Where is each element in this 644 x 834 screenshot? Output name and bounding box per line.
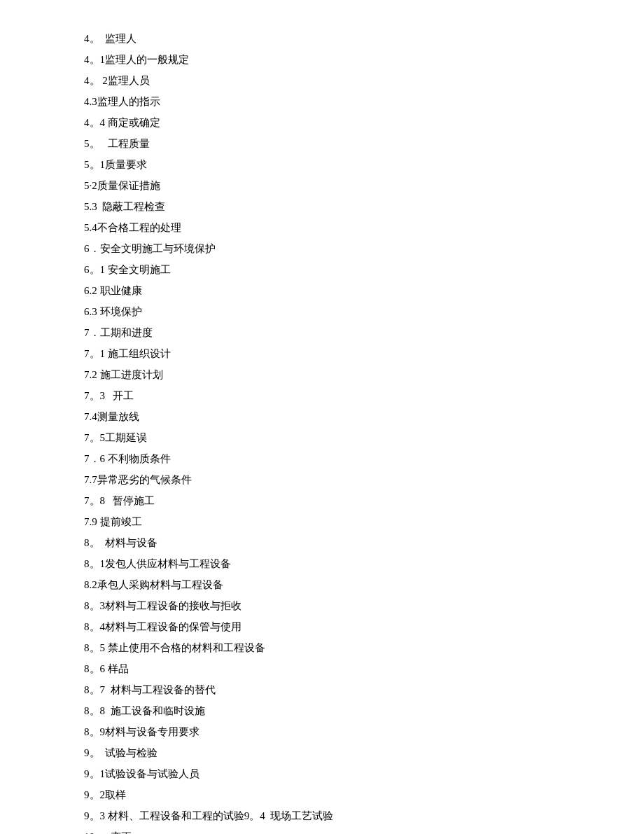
toc-item: 6。1 安全文明施工 bbox=[84, 259, 560, 280]
toc-item: 9。 试验与检验 bbox=[84, 742, 560, 763]
toc-item: 8.2承包人采购材料与工程设备 bbox=[84, 574, 560, 595]
toc-item: 6.3 环境保护 bbox=[84, 301, 560, 322]
toc-item: 4。4 商定或确定 bbox=[84, 112, 560, 133]
toc-item: 9。3 材料、工程设备和工程的试验9。4 现场工艺试验 bbox=[84, 805, 560, 826]
toc-item: 8。9材料与设备专用要求 bbox=[84, 721, 560, 742]
toc-item: 8。 材料与设备 bbox=[84, 532, 560, 553]
toc-item: 8。5 禁止使用不合格的材料和工程设备 bbox=[84, 637, 560, 658]
toc-item: 7。1 施工组织设计 bbox=[84, 343, 560, 364]
toc-item: 8。6 样品 bbox=[84, 658, 560, 679]
toc-item: 5.3 隐蔽工程检查 bbox=[84, 196, 560, 217]
toc-item: 4。1监理人的一般规定 bbox=[84, 49, 560, 70]
toc-item: 6.2 职业健康 bbox=[84, 280, 560, 301]
table-of-contents: 4。 监理人4。1监理人的一般规定4。 2监理人员4.3监理人的指示4。4 商定… bbox=[84, 28, 560, 834]
toc-item: 7．6 不利物质条件 bbox=[84, 448, 560, 469]
toc-item: 9。2取样 bbox=[84, 784, 560, 805]
toc-item: 8。8 施工设备和临时设施 bbox=[84, 700, 560, 721]
toc-item: 7.4测量放线 bbox=[84, 406, 560, 427]
toc-item: 8。3材料与工程设备的接收与拒收 bbox=[84, 595, 560, 616]
toc-item: 7。3 开工 bbox=[84, 385, 560, 406]
toc-item: 4。 监理人 bbox=[84, 28, 560, 49]
toc-item: 5。 工程质量 bbox=[84, 133, 560, 154]
toc-item: 5.4不合格工程的处理 bbox=[84, 217, 560, 238]
toc-item: 7．工期和进度 bbox=[84, 322, 560, 343]
toc-item: 7.2 施工进度计划 bbox=[84, 364, 560, 385]
toc-item: 9。1试验设备与试验人员 bbox=[84, 763, 560, 784]
toc-item: 8。4材料与工程设备的保管与使用 bbox=[84, 616, 560, 637]
toc-item: 10。 变更 bbox=[84, 826, 560, 834]
toc-item: 8。1发包人供应材料与工程设备 bbox=[84, 553, 560, 574]
toc-item: 7.7异常恶劣的气候条件 bbox=[84, 469, 560, 490]
toc-item: 4。 2监理人员 bbox=[84, 70, 560, 91]
toc-item: 8。7 材料与工程设备的替代 bbox=[84, 679, 560, 700]
toc-item: 4.3监理人的指示 bbox=[84, 91, 560, 112]
toc-item: 7。8 暂停施工 bbox=[84, 490, 560, 511]
toc-item: 7。5工期延误 bbox=[84, 427, 560, 448]
toc-item: 5·2质量保证措施 bbox=[84, 175, 560, 196]
toc-item: 5。1质量要求 bbox=[84, 154, 560, 175]
toc-item: 6．安全文明施工与环境保护 bbox=[84, 238, 560, 259]
toc-item: 7.9 提前竣工 bbox=[84, 511, 560, 532]
